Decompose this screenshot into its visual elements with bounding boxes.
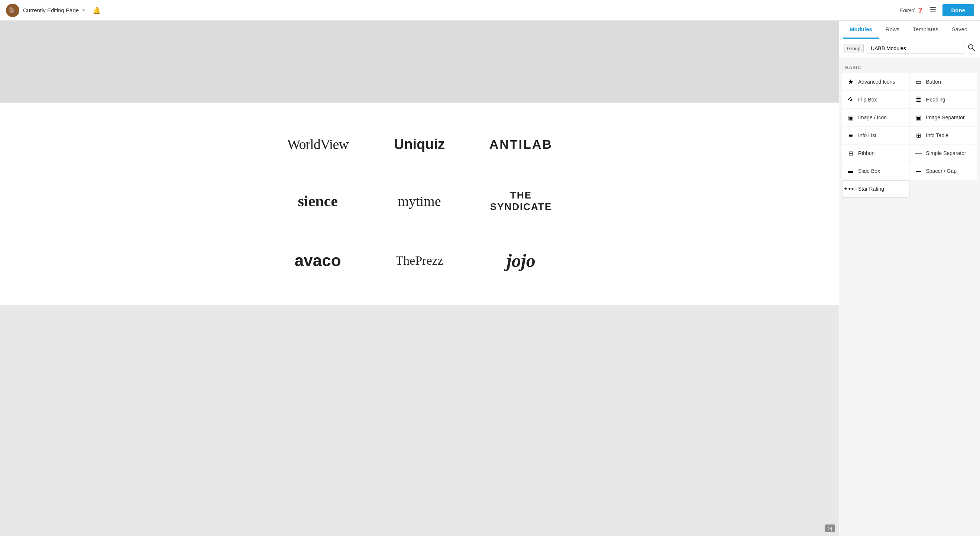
image-separator-icon	[914, 113, 923, 122]
help-icon[interactable]: ❓	[917, 8, 923, 13]
sidebar-body: Basic Advanced IconsButtonFlip BoxHeadin…	[839, 58, 980, 536]
modules-grid: Advanced IconsButtonFlip BoxHeadingImage…	[839, 72, 980, 199]
advanced-icons-icon	[846, 77, 855, 86]
svg-line-4	[972, 48, 975, 51]
star-rating-label: Star Rating	[858, 186, 884, 192]
slide-box-icon	[846, 167, 855, 175]
sidebar: ModulesRowsTemplatesSaved Group UABB Mod…	[839, 21, 980, 536]
svg-rect-1	[930, 9, 936, 10]
logo-cell-antilab: ANTILAB	[470, 118, 571, 171]
logo-theprezz: ThePrezz	[395, 253, 443, 268]
logo-worldview: WorldView	[287, 136, 348, 153]
logo-sience: sience	[298, 192, 338, 210]
sidebar-tabs: ModulesRowsTemplatesSaved	[839, 21, 980, 39]
module-item-flip-box[interactable]: Flip Box	[842, 91, 909, 108]
sidebar-search-row: Group UABB Modules	[839, 39, 980, 58]
heading-icon	[914, 95, 923, 104]
search-button[interactable]	[967, 43, 975, 54]
logo-grid: WorldViewUniquizANTILABsiencemytimeTHE S…	[267, 118, 572, 290]
module-item-button[interactable]: Button	[910, 73, 977, 90]
canvas-area: WorldViewUniquizANTILABsiencemytimeTHE S…	[0, 21, 839, 305]
logo-cell-mytime: mytime	[369, 171, 470, 231]
ribbon-label: Ribbon	[858, 150, 875, 156]
done-button[interactable]: Done	[942, 4, 974, 16]
flip-box-label: Flip Box	[858, 97, 877, 103]
spacer-gap-icon	[914, 167, 923, 175]
tab-rows[interactable]: Rows	[879, 21, 907, 39]
module-item-info-table[interactable]: Info Table	[910, 127, 977, 144]
module-group-select[interactable]: UABB Modules	[867, 43, 964, 54]
slide-box-label: Slide Box	[858, 168, 880, 174]
section-label: Basic	[839, 62, 980, 72]
info-list-icon	[846, 131, 855, 140]
simple-separator-label: Simple Separator	[926, 150, 966, 156]
canvas-top-section	[0, 21, 839, 103]
module-item-info-list[interactable]: Info List	[842, 127, 909, 144]
main-layout: WorldViewUniquizANTILABsiencemytimeTHE S…	[0, 21, 980, 536]
image-separator-label: Image Separator	[926, 115, 965, 121]
logo-jojo: jojo	[506, 250, 536, 271]
button-label: Button	[926, 79, 941, 85]
logo-avaco: avaco	[295, 251, 341, 270]
module-item-heading[interactable]: Heading	[910, 91, 977, 108]
svg-rect-2	[930, 11, 936, 11]
image-icon-icon	[846, 113, 855, 122]
more-options-icon[interactable]	[929, 6, 937, 15]
canvas-wrapper: WorldViewUniquizANTILABsiencemytimeTHE S…	[0, 21, 839, 536]
module-item-spacer-gap[interactable]: Spacer / Gap	[910, 162, 977, 180]
group-label: Group	[843, 44, 864, 53]
ribbon-icon	[846, 149, 855, 157]
tab-templates[interactable]: Templates	[906, 21, 945, 39]
logo-cell-worldview: WorldView	[267, 118, 369, 171]
module-item-slide-box[interactable]: Slide Box	[842, 162, 909, 180]
button-icon	[914, 77, 923, 86]
notification-bell[interactable]: 🔔	[92, 6, 101, 14]
topbar: 🦫 Currently Editing Page ▾ 🔔 Edited ❓ Do…	[0, 0, 980, 21]
page-title-chevron[interactable]: ▾	[83, 8, 85, 13]
canvas-content: WorldViewUniquizANTILABsiencemytimeTHE S…	[0, 103, 839, 305]
flip-box-icon	[846, 95, 855, 104]
edited-status: Edited	[900, 8, 915, 13]
star-rating-icon: ★★★	[846, 184, 855, 193]
info-list-label: Info List	[858, 132, 876, 138]
image-icon-label: Image / Icon	[858, 115, 887, 121]
info-table-icon	[914, 131, 923, 140]
app-logo: 🦫	[6, 4, 19, 17]
module-item-image-icon[interactable]: Image / Icon	[842, 109, 909, 126]
logo-uniquiz: Uniquiz	[394, 137, 445, 153]
logo-cell-jojo: jojo	[470, 231, 571, 290]
advanced-icons-label: Advanced Icons	[858, 79, 895, 85]
logo-cell-avaco: avaco	[267, 231, 369, 290]
info-table-label: Info Table	[926, 132, 948, 138]
module-item-simple-separator[interactable]: Simple Separator	[910, 145, 977, 162]
collapse-canvas-button[interactable]: >|	[825, 525, 835, 532]
page-title: Currently Editing Page	[23, 7, 79, 13]
svg-rect-0	[930, 7, 936, 8]
tab-saved[interactable]: Saved	[945, 21, 974, 39]
logo-syndicate: THE SYNDICATE	[477, 189, 564, 213]
simple-separator-icon	[914, 149, 923, 157]
logo-antilab: ANTILAB	[490, 137, 553, 152]
module-item-image-separator[interactable]: Image Separator	[910, 109, 977, 126]
logo-cell-sience: sience	[267, 171, 369, 231]
module-item-ribbon[interactable]: Ribbon	[842, 145, 909, 162]
module-item-advanced-icons[interactable]: Advanced Icons	[842, 73, 909, 90]
logo-cell-syndicate: THE SYNDICATE	[470, 171, 571, 231]
module-item-star-rating[interactable]: ★★★Star Rating	[842, 180, 909, 197]
heading-label: Heading	[926, 97, 945, 103]
spacer-gap-label: Spacer / Gap	[926, 168, 957, 174]
logo-cell-uniquiz: Uniquiz	[369, 118, 470, 171]
logo-mytime: mytime	[398, 193, 441, 209]
tab-modules[interactable]: Modules	[843, 21, 879, 39]
logo-cell-theprezz: ThePrezz	[369, 231, 470, 290]
